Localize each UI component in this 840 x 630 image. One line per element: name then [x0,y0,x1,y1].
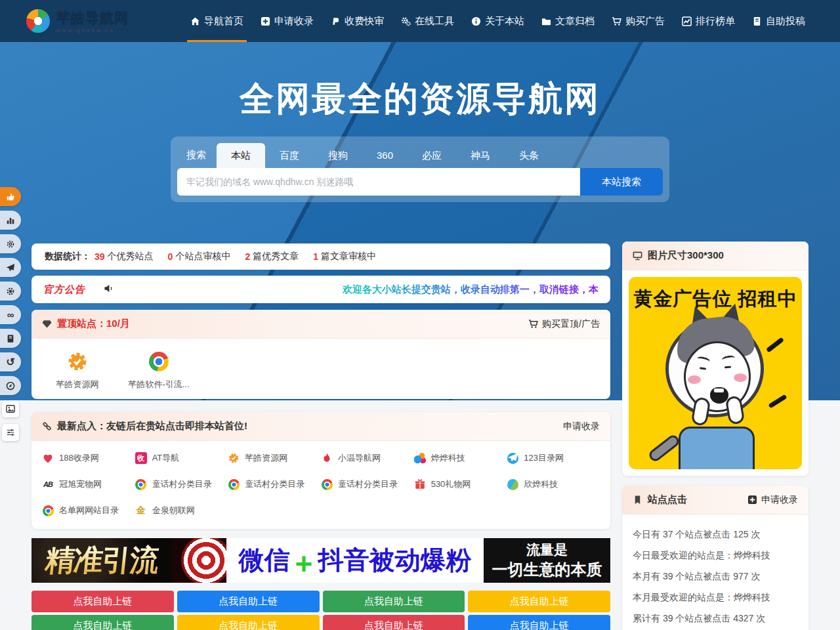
link-item[interactable]: 123目录网 [507,445,600,471]
pinned-title: 置顶站点：10/月 [57,318,130,330]
click-stats-list: 今日有 37 个站点被点击 125 次 今日最受欢迎的站点是：烨烨科技 本月有 … [622,514,808,629]
banner-ads-row: 精准引流 微信 + 抖音被动爆粉 流量是 一切生意的本质 [32,538,610,583]
search-panel: 搜索 本站 百度 搜狗 360 必应 神马 头条 本站搜索 [171,136,669,202]
self-link-buttons: 点我自助上链 点我自助上链 点我自助上链 点我自助上链 点我自助上链 点我自助上… [32,591,610,630]
nav-item-submit[interactable]: 申请收录 [252,0,322,42]
plus-square-icon [261,16,270,26]
link-item[interactable]: 欣烨科技 [507,471,600,497]
link-item[interactable]: 童话村分类目录 [321,471,414,497]
tab-360[interactable]: 360 [362,143,408,168]
search-engine-tabs: 搜索 本站 百度 搜狗 360 必应 神马 头条 [177,143,663,168]
tab-sogou[interactable]: 搜狗 [314,143,362,168]
nav-menu: 导航首页 申请收录 收费快审 在线工具 关于本站 文章归档 [182,0,814,42]
search-input[interactable] [177,168,580,196]
banner-ad-target[interactable] [172,538,226,583]
search-button[interactable]: 本站搜索 [580,168,663,196]
cart-icon [612,16,621,26]
compass-dock-button[interactable] [0,376,21,395]
gear-icon [6,287,15,296]
settings-dock-button[interactable] [0,234,21,253]
pinned-site[interactable]: 芊皓软件-引流... [118,345,200,390]
tab-this-site[interactable]: 本站 [217,143,265,168]
plus-square-icon [747,495,757,505]
gear-dock-button[interactable] [0,282,21,301]
announcement-marquee: 欢迎各大小站长提交贵站，收录自动排第一，取消链接，本 [114,284,598,296]
journal-dock-button[interactable] [0,329,21,348]
tab-bing[interactable]: 必应 [408,143,456,168]
paypal-icon [331,16,341,26]
tab-toutiao[interactable]: 头条 [505,143,553,168]
link-item[interactable]: 530礼物网 [414,471,507,497]
link-item[interactable]: 188收录网 [42,445,135,471]
link-item[interactable]: 名单网网站目录 [42,497,135,524]
hero-title: 全网最全的资源导航网 [0,76,840,122]
link-item[interactable]: 童话村分类目录 [228,471,321,497]
journal-icon [6,334,15,343]
self-link-button[interactable]: 点我自助上链 [468,615,610,630]
self-link-button[interactable]: 点我自助上链 [468,591,610,612]
banner-ad-wechat-douyin[interactable]: 微信 + 抖音被动爆粉 [226,538,484,583]
self-link-button[interactable]: 点我自助上链 [177,591,320,612]
undo-dock-button[interactable]: ↺ [0,352,21,371]
link-item[interactable]: 芊皓资源网 [228,445,321,471]
nav-item-tools[interactable]: 在线工具 [392,0,463,42]
self-link-button[interactable]: 点我自助上链 [32,615,174,630]
link-item[interactable]: 童话村分类目录 [135,471,228,497]
folder-icon [541,16,551,26]
link-item[interactable]: 金 金泉朝联网 [135,497,228,524]
nav-item-buy-ads[interactable]: 购买广告 [603,0,673,42]
link-item[interactable]: AB 冠旭宠物网 [42,471,135,497]
nav-item-about[interactable]: 关于本站 [463,0,533,42]
nav-item-ranking[interactable]: 排行榜单 [673,0,744,42]
brand[interactable]: 芊皓导航网 www.qhdhw.cn [26,9,129,33]
gold-ad-banner[interactable]: 黄金广告位 招租中 [629,277,802,469]
banner-ad-traffic[interactable]: 精准引流 [32,538,172,583]
pinned-site-name: 芊皓资源网 [37,379,118,390]
gift-icon [414,478,426,490]
apply-inclusion-link[interactable]: 申请收录 [563,421,600,432]
undo-icon: ↺ [6,356,14,368]
bookmark-icon [633,495,642,505]
image-search-button[interactable] [2,400,19,417]
nav-item-self-post[interactable]: 自助投稿 [744,0,814,42]
tab-baidu[interactable]: 百度 [265,143,314,168]
click-stat-line: 本月有 39 个站点被点击 977 次 [633,566,798,587]
apply-inclusion-link[interactable]: 申请收录 [747,494,798,506]
nav-item-archive[interactable]: 文章归档 [533,0,603,42]
announcement-bar: 官方公告 欢迎各大小站长提交贵站，收录自动排第一，取消链接，本 [32,276,610,303]
tab-shenma[interactable]: 神马 [456,143,505,168]
self-link-button[interactable]: 点我自助上链 [323,591,465,612]
link-item[interactable]: 收 AT导航 [135,445,228,471]
filters-button[interactable] [2,424,19,441]
page: 芊皓导航网 www.qhdhw.cn 导航首页 申请收录 收费快审 在线工具 [0,0,840,630]
like-button[interactable] [0,187,21,206]
infinity-dock-button[interactable]: ∞ [0,305,21,324]
speaker-icon [104,284,114,293]
compass-icon [6,381,15,390]
buy-pin-ad-link[interactable]: 购买置顶/广告 [528,318,600,330]
gem-icon [42,319,52,329]
self-link-button[interactable]: 点我自助上链 [177,615,320,630]
home-icon [190,16,200,26]
gear-outline-icon [6,240,15,249]
link-item[interactable]: 小温导航网 [321,445,414,471]
chrome-icon [228,479,240,490]
latest-title: 最新点入：友链后在贵站点击即排本站首位! [57,420,247,432]
link-item[interactable]: 烨烨科技 [414,445,507,471]
nav-item-paid-review[interactable]: 收费快审 [322,0,392,42]
pinned-site[interactable]: 芊皓资源网 [37,345,118,390]
pink-square-icon: 收 [135,452,147,464]
banner-ad-flow[interactable]: 流量是 一切生意的本质 [484,538,610,583]
nav-item-home[interactable]: 导航首页 [182,0,252,42]
stats-dock-button[interactable] [0,211,21,230]
cart-icon [528,319,538,329]
self-link-button[interactable]: 点我自助上链 [32,591,174,612]
chrome-icon [322,479,333,490]
badge-check-icon [228,452,240,464]
navigate-dock-button[interactable] [0,258,21,277]
stat-number: 2 [245,251,250,262]
self-link-button[interactable]: 点我自助上链 [323,615,465,630]
gold-icon: 金 [136,505,146,516]
info-circle-icon [471,16,481,26]
search-label: 搜索 [177,149,217,168]
